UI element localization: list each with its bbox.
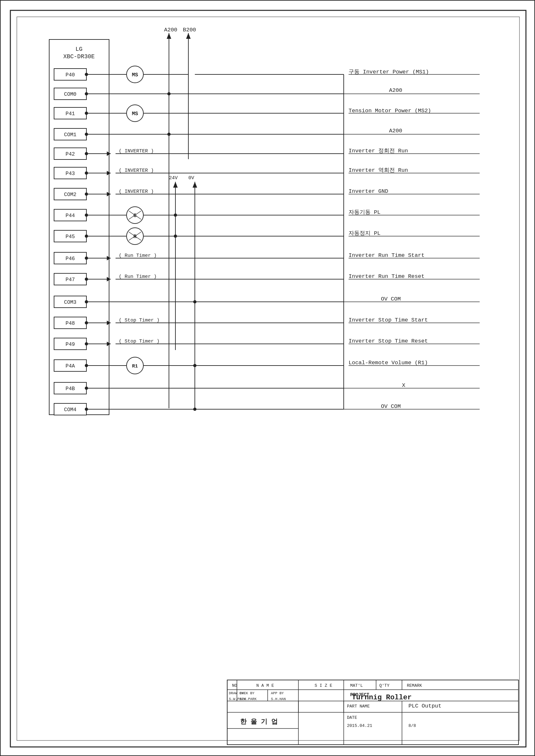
plc-line2: XBC-DR30E	[63, 53, 95, 60]
svg-rect-146	[10, 10, 526, 747]
ms1-label: MS	[132, 72, 138, 78]
page-label: 8/8	[408, 723, 416, 728]
right-label-local-remote: Local-Remote Volume (R1)	[349, 360, 428, 366]
com0-label: COM0	[64, 92, 76, 97]
svg-rect-147	[17, 17, 520, 741]
right-label-stop-time-start: Inverter Stop Time Start	[349, 317, 428, 323]
no-label: NO	[232, 683, 237, 688]
app-by-val: S.H.HAN	[271, 697, 286, 701]
p44-label: P44	[66, 213, 75, 219]
right-label-ms2: Tension Motor Power (MS2)	[349, 108, 431, 114]
date-label: DATE	[347, 715, 357, 720]
svg-marker-7	[173, 182, 178, 188]
p45-label: P45	[66, 234, 75, 240]
right-label-a200-2: A200	[389, 128, 402, 134]
p43-label: P43	[66, 171, 75, 176]
inverter2-label: ( INVERTER )	[119, 168, 154, 174]
0v-label: 0V	[188, 175, 194, 181]
right-label-auto-start: 자동기동 PL	[349, 209, 380, 215]
svg-marker-8	[193, 182, 197, 188]
svg-marker-6	[186, 33, 191, 39]
r1-label: R1	[132, 364, 138, 369]
p47-label: P47	[66, 277, 75, 283]
wiring-diagram: LG XBC-DR30E A200 B200 24V 0V P40	[1, 1, 535, 756]
app-by-label: APP BY	[271, 691, 284, 695]
a200-bus-label: A200	[164, 27, 177, 33]
p41-label: P41	[66, 111, 75, 117]
size-label: S I Z E	[315, 683, 332, 688]
inverter3-label: ( INVERTER )	[119, 189, 154, 194]
right-label-auto-stop: 자동정지 PL	[349, 230, 380, 236]
svg-marker-5	[167, 33, 171, 39]
plc-line1: LG	[75, 46, 83, 52]
p4a-label: P4A	[66, 363, 75, 369]
b200-bus-label: B200	[183, 27, 196, 33]
p42-label: P42	[66, 151, 75, 157]
company-label: 한 울 기 업	[240, 718, 278, 726]
right-label-inv-rev: Inverter 역회전 Run	[349, 167, 408, 174]
date-val: 2015.04.21	[347, 723, 372, 728]
part-name-val: PLC Output	[408, 703, 441, 709]
stop-timer2-label: ( Stop Timer )	[119, 339, 159, 344]
com1-label: COM1	[64, 132, 76, 138]
remark-label: REMARK	[407, 683, 422, 688]
right-label-inv-gnd: Inverter GND	[349, 188, 388, 194]
right-label-inv-fwd: Inverter 정회전 Run	[349, 148, 408, 154]
part-name-label: PART NAME	[347, 704, 370, 709]
ms2-label: MS	[132, 111, 138, 117]
chek-by-label: CHEK BY	[239, 691, 255, 695]
chek-by-val: S.W.PARK	[239, 697, 257, 701]
p40-label: P40	[66, 72, 75, 78]
right-label-0v-com2: OV COM	[381, 403, 401, 410]
p4b-label: P4B	[66, 386, 75, 392]
right-label-stop-time-reset: Inverter Stop Time Reset	[349, 338, 428, 344]
right-label-ms1: 구동 Inverter Power (MS1)	[349, 69, 429, 75]
qty-label: Q'TY	[379, 683, 389, 688]
page: LG XBC-DR30E A200 B200 24V 0V P40	[0, 0, 535, 756]
com3-label: COM3	[64, 300, 76, 305]
com2-label: COM2	[64, 192, 76, 198]
project-name: Turnnig Roller	[352, 693, 412, 702]
24v-label: 24V	[169, 175, 178, 181]
stop-timer1-label: ( Stop Timer )	[119, 318, 159, 323]
p49-label: P49	[66, 341, 75, 347]
right-label-run-time-reset: Inverter Run Time Reset	[349, 273, 425, 280]
run-timer1-label: ( Run Timer )	[119, 253, 157, 258]
name-label: N A M E	[256, 683, 274, 688]
right-label-0v-com1: OV COM	[381, 296, 401, 302]
right-label-run-time-start: Inverter Run Time Start	[349, 252, 425, 258]
p48-label: P48	[66, 321, 75, 326]
svg-point-65	[174, 213, 177, 217]
run-timer2-label: ( Run Timer )	[119, 274, 157, 280]
p46-label: P46	[66, 256, 75, 262]
inverter1-label: ( INVERTER )	[119, 148, 154, 154]
right-label-x: X	[402, 382, 405, 389]
com4-label: COM4	[64, 407, 76, 413]
right-label-a200-1: A200	[389, 87, 402, 94]
matl-label: MAT'L	[350, 683, 363, 688]
